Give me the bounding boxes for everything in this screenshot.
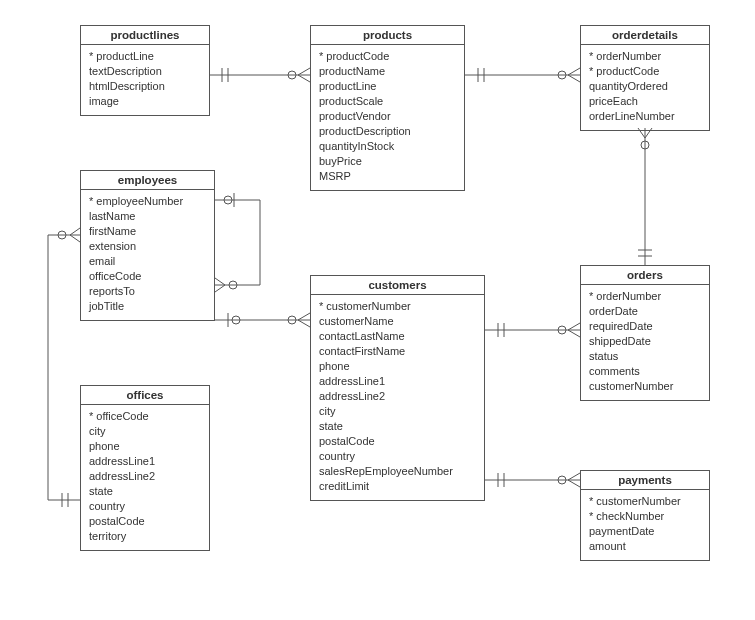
entity-attribute: * orderNumber: [589, 49, 701, 64]
entity-payments: payments * customerNumber* checkNumberpa…: [580, 470, 710, 561]
entity-attribute: productVendor: [319, 109, 456, 124]
svg-line-28: [568, 473, 580, 480]
svg-line-39: [215, 285, 225, 292]
svg-point-32: [232, 316, 240, 324]
svg-point-43: [58, 231, 66, 239]
svg-line-11: [568, 75, 580, 82]
entity-orderdetails: orderdetails * orderNumber* productCodeq…: [580, 25, 710, 131]
svg-point-13: [641, 141, 649, 149]
entity-attribute: city: [319, 404, 476, 419]
entity-attribute: firstName: [89, 224, 206, 239]
entity-attribute: orderLineNumber: [589, 109, 701, 124]
entity-attribute: creditLimit: [319, 479, 476, 494]
entity-attribute: productScale: [319, 94, 456, 109]
entity-attribute: * productCode: [589, 64, 701, 79]
entity-attribute: buyPrice: [319, 154, 456, 169]
svg-point-36: [224, 196, 232, 204]
svg-line-34: [298, 313, 310, 320]
svg-line-35: [298, 320, 310, 327]
entity-body: * orderNumber* productCodequantityOrdere…: [581, 45, 709, 130]
entity-offices: offices * officeCodecityphoneaddressLine…: [80, 385, 210, 551]
entity-title: employees: [81, 171, 214, 190]
entity-attribute: country: [319, 449, 476, 464]
rel-customers-payments: [485, 473, 580, 487]
entity-attribute: * productCode: [319, 49, 456, 64]
rel-orderdetails-orders: [638, 128, 652, 265]
entity-attribute: email: [89, 254, 206, 269]
entity-attribute: * productLine: [89, 49, 201, 64]
entity-productlines: productlines * productLinetextDescriptio…: [80, 25, 210, 116]
entity-attribute: paymentDate: [589, 524, 701, 539]
entity-attribute: amount: [589, 539, 701, 554]
entity-attribute: quantityOrdered: [589, 79, 701, 94]
entity-title: orders: [581, 266, 709, 285]
entity-body: * productLinetextDescriptionhtmlDescript…: [81, 45, 209, 115]
entity-title: payments: [581, 471, 709, 490]
entity-attribute: territory: [89, 529, 201, 544]
entity-customers: customers * customerNumbercustomerNameco…: [310, 275, 485, 501]
entity-attribute: phone: [319, 359, 476, 374]
rel-products-orderdetails: [465, 68, 580, 82]
svg-point-9: [558, 71, 566, 79]
entity-attribute: addressLine2: [89, 469, 201, 484]
rel-customers-orders: [485, 323, 580, 337]
svg-line-44: [70, 228, 80, 235]
entity-attribute: productLine: [319, 79, 456, 94]
entity-attribute: state: [89, 484, 201, 499]
entity-employees: employees * employeeNumberlastNamefirstN…: [80, 170, 215, 321]
entity-attribute: customerName: [319, 314, 476, 329]
entity-attribute: productName: [319, 64, 456, 79]
entity-attribute: * employeeNumber: [89, 194, 206, 209]
entity-attribute: phone: [89, 439, 201, 454]
svg-point-40: [229, 281, 237, 289]
entity-attribute: postalCode: [89, 514, 201, 529]
entity-attribute: addressLine2: [319, 389, 476, 404]
entity-attribute: image: [89, 94, 201, 109]
entity-attribute: quantityInStock: [319, 139, 456, 154]
svg-point-33: [288, 316, 296, 324]
rel-offices-employees: [48, 228, 80, 507]
entity-attribute: shippedDate: [589, 334, 701, 349]
entity-attribute: requiredDate: [589, 319, 701, 334]
svg-line-45: [70, 235, 80, 242]
entity-attribute: country: [89, 499, 201, 514]
entity-body: * officeCodecityphoneaddressLine1address…: [81, 405, 209, 550]
entity-body: * employeeNumberlastNamefirstNameextensi…: [81, 190, 214, 320]
entity-body: * customerNumber* checkNumberpaymentDate…: [581, 490, 709, 560]
entity-title: productlines: [81, 26, 209, 45]
entity-attribute: city: [89, 424, 201, 439]
entity-attribute: textDescription: [89, 64, 201, 79]
entity-attribute: addressLine1: [89, 454, 201, 469]
svg-line-23: [568, 330, 580, 337]
entity-products: products * productCodeproductNameproduct…: [310, 25, 465, 191]
entity-attribute: addressLine1: [319, 374, 476, 389]
svg-line-38: [215, 278, 225, 285]
entity-attribute: postalCode: [319, 434, 476, 449]
entity-attribute: jobTitle: [89, 299, 206, 314]
rel-employees-self: [215, 193, 260, 292]
entity-title: customers: [311, 276, 484, 295]
entity-attribute: comments: [589, 364, 701, 379]
entity-attribute: * officeCode: [89, 409, 201, 424]
entity-attribute: customerNumber: [589, 379, 701, 394]
entity-attribute: productDescription: [319, 124, 456, 139]
entity-title: offices: [81, 386, 209, 405]
entity-attribute: * customerNumber: [319, 299, 476, 314]
entity-attribute: htmlDescription: [89, 79, 201, 94]
entity-attribute: reportsTo: [89, 284, 206, 299]
entity-attribute: status: [589, 349, 701, 364]
entity-attribute: MSRP: [319, 169, 456, 184]
rel-productlines-products: [210, 68, 310, 82]
entity-attribute: contactLastName: [319, 329, 476, 344]
svg-line-29: [568, 480, 580, 487]
svg-point-3: [288, 71, 296, 79]
svg-line-5: [298, 75, 310, 82]
entity-attribute: * orderNumber: [589, 289, 701, 304]
entity-attribute: * checkNumber: [589, 509, 701, 524]
entity-body: * orderNumberorderDaterequiredDateshippe…: [581, 285, 709, 400]
entity-attribute: contactFirstName: [319, 344, 476, 359]
entity-attribute: lastName: [89, 209, 206, 224]
entity-attribute: priceEach: [589, 94, 701, 109]
entity-attribute: extension: [89, 239, 206, 254]
entity-title: orderdetails: [581, 26, 709, 45]
